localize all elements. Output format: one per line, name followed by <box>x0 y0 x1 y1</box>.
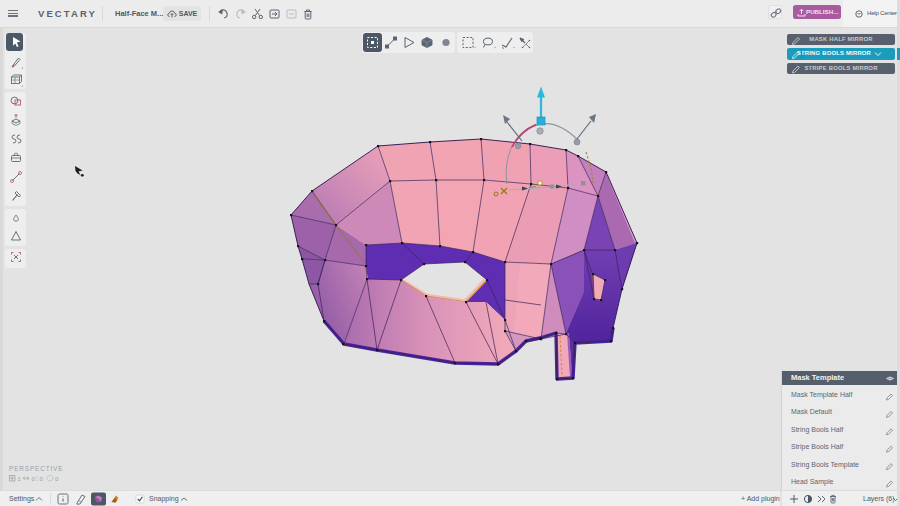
svg-text:0: 0 <box>55 476 59 482</box>
svg-text:0: 0 <box>40 476 44 482</box>
svg-text:0: 0 <box>32 476 36 482</box>
svg-text:1: 1 <box>18 476 22 482</box>
